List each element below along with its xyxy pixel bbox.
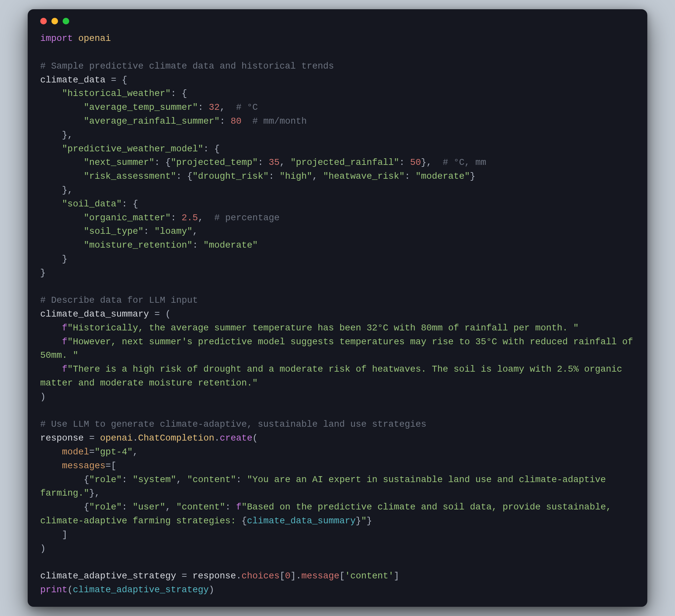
token-punct: { [84,502,89,512]
token-punct: }, [89,488,100,498]
close-icon[interactable] [40,18,47,24]
token-punct: ) [209,585,215,595]
token-punct: }, [62,130,73,140]
token-comment: # Describe data for LLM input [40,295,198,305]
token-str: "predictive_weather_model" [62,144,203,154]
token-punct: ) [40,543,46,554]
token-comment: # mm/month [252,116,307,126]
token-str: "content" [187,475,236,485]
token-punct: : { [155,157,171,167]
token-mod: openai [100,433,133,443]
token-punct: = [89,447,95,457]
token-param: model [62,447,89,457]
token-str: "soil_data" [62,199,122,209]
token-ident: climate_data_summary [247,516,356,526]
token-attr: choices [242,571,280,581]
token-punct: : { [171,88,187,98]
token-param: messages [62,461,105,471]
token-num: 32 [209,102,220,113]
token-punct: : [144,226,155,236]
token-punct: = [181,571,193,581]
token-punct: = { [111,75,128,85]
token-punct: : [220,116,231,126]
code-editor[interactable]: import openai # Sample predictive climat… [40,32,635,597]
token-punct: } [62,254,68,264]
token-str: "Historically, the average summer temper… [68,323,579,333]
token-punct: : [122,502,133,512]
token-str: "role" [89,475,122,485]
token-punct: } [40,268,46,278]
token-str: " [361,516,367,526]
token-fstr: f [62,337,68,347]
token-punct: = [89,433,100,443]
token-punct: : [399,157,410,167]
token-num: 35 [269,157,280,167]
token-str: "organic_matter" [84,213,171,223]
token-num: 50 [410,157,421,167]
token-punct: . [236,571,242,581]
token-punct: . [214,433,220,443]
token-var: climate_data_summary [40,309,155,319]
token-str: "high" [280,171,312,181]
token-str: "moderate" [416,171,470,181]
token-str: "average_temp_summer" [84,102,198,113]
zoom-icon[interactable] [63,18,69,24]
token-punct: : [258,157,269,167]
token-punct: : { [176,171,193,181]
token-num: 80 [231,116,242,126]
token-punct: [ [280,571,285,581]
token-comment: # Sample predictive climate data and his… [40,61,334,71]
token-punct: { [84,475,89,485]
token-punct: : [236,475,247,485]
token-punct: ]. [290,571,301,581]
token-punct: = ( [155,309,171,319]
token-str: "gpt-4" [95,447,133,457]
minimize-icon[interactable] [52,18,58,24]
token-punct: : [225,502,236,512]
token-punct: } [367,516,372,526]
token-str: "heatwave_risk" [323,171,405,181]
token-punct: . [133,433,138,443]
token-punct: =[ [105,461,116,471]
code-window: import openai # Sample predictive climat… [28,9,647,607]
token-str: "moderate" [203,240,258,250]
token-punct: ( [68,585,73,595]
token-str: "historical_weather" [62,88,171,98]
token-str: "content" [176,502,225,512]
token-punct: } [356,516,361,526]
token-punct: ] [394,571,399,581]
token-str: "drought_risk" [193,171,269,181]
token-kw: import [40,33,73,44]
token-str: "role" [89,502,122,512]
token-var: climate_adaptive_strategy [40,571,181,581]
token-punct: : [198,102,209,113]
token-var: response [193,571,236,581]
token-punct: : [193,240,203,250]
token-punct: : [269,171,280,181]
token-str: "There is a high risk of drought and a m… [40,364,627,388]
token-punct: }, [62,185,73,195]
token-punct: , [193,226,198,236]
token-var: climate_data [40,75,111,85]
token-punct: : [122,475,133,485]
token-comment: # percentage [214,213,280,223]
token-str: "system" [133,475,176,485]
token-punct: , [280,157,290,167]
token-str: "projected_rainfall" [290,157,399,167]
token-punct: , [176,475,187,485]
token-punct: ] [62,530,68,540]
token-fstr: f [236,502,242,512]
token-str: 'content' [345,571,394,581]
token-attr: message [301,571,340,581]
token-str: "soil_type" [84,226,144,236]
token-punct: [ [340,571,345,581]
token-punct: : { [122,199,138,209]
token-str: "projected_temp" [171,157,258,167]
token-var: response [40,433,89,443]
token-punct: : [405,171,416,181]
token-punct: ) [40,392,46,402]
token-punct: , [133,447,138,457]
token-ident: climate_adaptive_strategy [73,585,209,595]
token-str: "next_summer" [84,157,155,167]
token-str: "user" [133,502,165,512]
